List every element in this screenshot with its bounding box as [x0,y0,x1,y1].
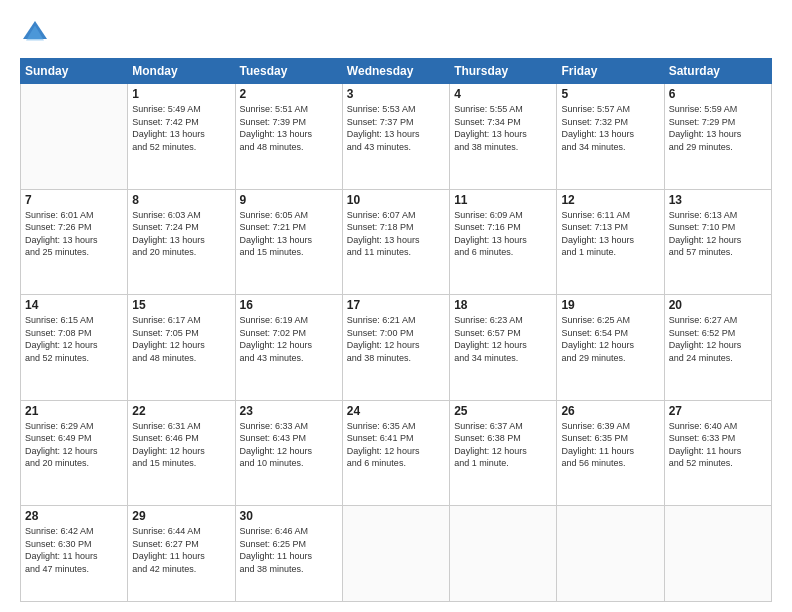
day-number: 24 [347,404,445,418]
page: SundayMondayTuesdayWednesdayThursdayFrid… [0,0,792,612]
weekday-header-wednesday: Wednesday [342,59,449,84]
day-info: Sunrise: 6:01 AMSunset: 7:26 PMDaylight:… [25,209,123,259]
day-info: Sunrise: 6:44 AMSunset: 6:27 PMDaylight:… [132,525,230,575]
calendar-week-row: 28Sunrise: 6:42 AMSunset: 6:30 PMDayligh… [21,506,772,602]
calendar-cell: 9Sunrise: 6:05 AMSunset: 7:21 PMDaylight… [235,189,342,295]
day-info: Sunrise: 6:05 AMSunset: 7:21 PMDaylight:… [240,209,338,259]
day-info: Sunrise: 6:21 AMSunset: 7:00 PMDaylight:… [347,314,445,364]
weekday-header-row: SundayMondayTuesdayWednesdayThursdayFrid… [21,59,772,84]
day-number: 7 [25,193,123,207]
calendar-week-row: 7Sunrise: 6:01 AMSunset: 7:26 PMDaylight… [21,189,772,295]
calendar-cell: 25Sunrise: 6:37 AMSunset: 6:38 PMDayligh… [450,400,557,506]
day-number: 20 [669,298,767,312]
calendar-cell: 8Sunrise: 6:03 AMSunset: 7:24 PMDaylight… [128,189,235,295]
calendar-cell: 15Sunrise: 6:17 AMSunset: 7:05 PMDayligh… [128,295,235,401]
day-info: Sunrise: 6:09 AMSunset: 7:16 PMDaylight:… [454,209,552,259]
day-info: Sunrise: 6:29 AMSunset: 6:49 PMDaylight:… [25,420,123,470]
day-number: 11 [454,193,552,207]
day-info: Sunrise: 6:37 AMSunset: 6:38 PMDaylight:… [454,420,552,470]
day-number: 8 [132,193,230,207]
calendar-cell: 6Sunrise: 5:59 AMSunset: 7:29 PMDaylight… [664,84,771,190]
day-number: 2 [240,87,338,101]
calendar-cell [342,506,449,602]
logo-icon [20,18,50,48]
logo [20,18,54,48]
day-info: Sunrise: 5:57 AMSunset: 7:32 PMDaylight:… [561,103,659,153]
day-number: 27 [669,404,767,418]
day-info: Sunrise: 5:53 AMSunset: 7:37 PMDaylight:… [347,103,445,153]
day-number: 18 [454,298,552,312]
calendar-week-row: 14Sunrise: 6:15 AMSunset: 7:08 PMDayligh… [21,295,772,401]
calendar-cell [21,84,128,190]
day-info: Sunrise: 5:51 AMSunset: 7:39 PMDaylight:… [240,103,338,153]
day-number: 12 [561,193,659,207]
calendar-table: SundayMondayTuesdayWednesdayThursdayFrid… [20,58,772,602]
weekday-header-thursday: Thursday [450,59,557,84]
day-info: Sunrise: 6:23 AMSunset: 6:57 PMDaylight:… [454,314,552,364]
day-number: 5 [561,87,659,101]
calendar-cell: 2Sunrise: 5:51 AMSunset: 7:39 PMDaylight… [235,84,342,190]
day-info: Sunrise: 6:07 AMSunset: 7:18 PMDaylight:… [347,209,445,259]
day-number: 15 [132,298,230,312]
calendar-week-row: 21Sunrise: 6:29 AMSunset: 6:49 PMDayligh… [21,400,772,506]
weekday-header-friday: Friday [557,59,664,84]
calendar-week-row: 1Sunrise: 5:49 AMSunset: 7:42 PMDaylight… [21,84,772,190]
calendar-cell: 23Sunrise: 6:33 AMSunset: 6:43 PMDayligh… [235,400,342,506]
day-number: 17 [347,298,445,312]
day-info: Sunrise: 6:13 AMSunset: 7:10 PMDaylight:… [669,209,767,259]
weekday-header-saturday: Saturday [664,59,771,84]
day-number: 13 [669,193,767,207]
calendar-cell: 7Sunrise: 6:01 AMSunset: 7:26 PMDaylight… [21,189,128,295]
day-info: Sunrise: 6:03 AMSunset: 7:24 PMDaylight:… [132,209,230,259]
day-info: Sunrise: 6:42 AMSunset: 6:30 PMDaylight:… [25,525,123,575]
calendar-cell: 24Sunrise: 6:35 AMSunset: 6:41 PMDayligh… [342,400,449,506]
calendar-cell: 22Sunrise: 6:31 AMSunset: 6:46 PMDayligh… [128,400,235,506]
day-number: 25 [454,404,552,418]
day-info: Sunrise: 6:33 AMSunset: 6:43 PMDaylight:… [240,420,338,470]
calendar-cell: 16Sunrise: 6:19 AMSunset: 7:02 PMDayligh… [235,295,342,401]
calendar-cell: 10Sunrise: 6:07 AMSunset: 7:18 PMDayligh… [342,189,449,295]
calendar-cell: 14Sunrise: 6:15 AMSunset: 7:08 PMDayligh… [21,295,128,401]
calendar-cell: 30Sunrise: 6:46 AMSunset: 6:25 PMDayligh… [235,506,342,602]
calendar-cell: 3Sunrise: 5:53 AMSunset: 7:37 PMDaylight… [342,84,449,190]
day-info: Sunrise: 5:59 AMSunset: 7:29 PMDaylight:… [669,103,767,153]
calendar-cell: 1Sunrise: 5:49 AMSunset: 7:42 PMDaylight… [128,84,235,190]
calendar-cell: 20Sunrise: 6:27 AMSunset: 6:52 PMDayligh… [664,295,771,401]
calendar-cell: 19Sunrise: 6:25 AMSunset: 6:54 PMDayligh… [557,295,664,401]
day-number: 19 [561,298,659,312]
day-info: Sunrise: 6:25 AMSunset: 6:54 PMDaylight:… [561,314,659,364]
header [20,18,772,48]
day-number: 23 [240,404,338,418]
calendar-cell: 18Sunrise: 6:23 AMSunset: 6:57 PMDayligh… [450,295,557,401]
day-number: 29 [132,509,230,523]
day-info: Sunrise: 5:55 AMSunset: 7:34 PMDaylight:… [454,103,552,153]
weekday-header-monday: Monday [128,59,235,84]
calendar-cell: 13Sunrise: 6:13 AMSunset: 7:10 PMDayligh… [664,189,771,295]
day-number: 21 [25,404,123,418]
calendar-cell: 12Sunrise: 6:11 AMSunset: 7:13 PMDayligh… [557,189,664,295]
calendar-cell: 21Sunrise: 6:29 AMSunset: 6:49 PMDayligh… [21,400,128,506]
calendar-cell [557,506,664,602]
calendar-cell: 27Sunrise: 6:40 AMSunset: 6:33 PMDayligh… [664,400,771,506]
day-number: 9 [240,193,338,207]
day-number: 1 [132,87,230,101]
calendar-cell [664,506,771,602]
day-number: 26 [561,404,659,418]
calendar-cell: 26Sunrise: 6:39 AMSunset: 6:35 PMDayligh… [557,400,664,506]
calendar-cell: 11Sunrise: 6:09 AMSunset: 7:16 PMDayligh… [450,189,557,295]
day-info: Sunrise: 6:31 AMSunset: 6:46 PMDaylight:… [132,420,230,470]
calendar-cell: 29Sunrise: 6:44 AMSunset: 6:27 PMDayligh… [128,506,235,602]
day-info: Sunrise: 6:19 AMSunset: 7:02 PMDaylight:… [240,314,338,364]
day-number: 3 [347,87,445,101]
day-info: Sunrise: 6:40 AMSunset: 6:33 PMDaylight:… [669,420,767,470]
weekday-header-tuesday: Tuesday [235,59,342,84]
day-number: 16 [240,298,338,312]
day-info: Sunrise: 6:27 AMSunset: 6:52 PMDaylight:… [669,314,767,364]
calendar-cell: 28Sunrise: 6:42 AMSunset: 6:30 PMDayligh… [21,506,128,602]
day-number: 10 [347,193,445,207]
day-info: Sunrise: 6:17 AMSunset: 7:05 PMDaylight:… [132,314,230,364]
day-info: Sunrise: 6:39 AMSunset: 6:35 PMDaylight:… [561,420,659,470]
calendar-cell: 17Sunrise: 6:21 AMSunset: 7:00 PMDayligh… [342,295,449,401]
weekday-header-sunday: Sunday [21,59,128,84]
day-info: Sunrise: 5:49 AMSunset: 7:42 PMDaylight:… [132,103,230,153]
